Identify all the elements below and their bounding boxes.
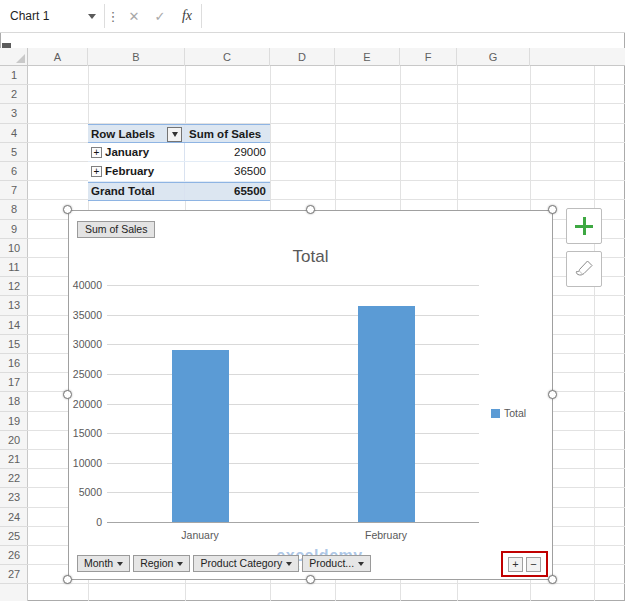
selection-handle-sw[interactable] (63, 575, 72, 584)
insert-function-icon[interactable]: fx (173, 8, 201, 24)
row-header-11[interactable]: 11 (0, 258, 28, 277)
selection-handle-n[interactable] (306, 205, 315, 214)
selection-handle-se[interactable] (548, 575, 557, 584)
row-header-4[interactable]: 4 (0, 124, 28, 143)
row-label-text: February (105, 165, 154, 177)
field-button-month[interactable]: Month (77, 555, 130, 572)
field-button-label: Region (140, 556, 173, 571)
field-button-label: Product Category (200, 556, 282, 571)
gridline-vertical (594, 66, 595, 601)
gridline (107, 315, 479, 316)
chart-title[interactable]: Total (69, 247, 552, 267)
column-header-A[interactable]: A (28, 48, 88, 66)
chart-elements-button[interactable] (566, 208, 602, 244)
row-header-23[interactable]: 23 (0, 488, 28, 507)
gridline (107, 463, 479, 464)
gridline (107, 344, 479, 345)
y-tick-label: 0 (69, 516, 102, 528)
field-button-product-category[interactable]: Product Category (193, 555, 299, 572)
excel-window: Chart 1 ⋮ ✕ ✓ fx ABCDEFG 123456789101112… (0, 0, 625, 601)
column-header-F[interactable]: F (400, 48, 457, 66)
grand-total-value[interactable]: 65500 (185, 183, 270, 200)
cancel-icon[interactable]: ✕ (121, 9, 147, 24)
row-header-8[interactable]: 8 (0, 200, 28, 219)
row-header-21[interactable]: 21 (0, 450, 28, 469)
formula-bar: Chart 1 ⋮ ✕ ✓ fx (0, 0, 625, 33)
pivot-cell-value[interactable]: 36500 (185, 162, 270, 180)
dropdown-arrow-icon (286, 562, 292, 566)
row-header-13[interactable]: 13 (0, 296, 28, 315)
row-header-19[interactable]: 19 (0, 412, 28, 431)
value-field-button[interactable]: Sum of Sales (77, 221, 155, 238)
selection-handle-s[interactable] (306, 575, 315, 584)
row-header-3[interactable]: 3 (0, 104, 28, 123)
y-tick-label: 25000 (69, 368, 102, 380)
row-header-6[interactable]: 6 (0, 162, 28, 181)
expand-entire-field-button[interactable]: + (508, 557, 523, 572)
row-header-22[interactable]: 22 (0, 469, 28, 488)
zoom-buttons-highlight: + − (501, 551, 548, 577)
y-tick-label: 20000 (69, 398, 102, 410)
chart-styles-button[interactable] (566, 251, 602, 287)
row-labels-text: Row Labels (91, 128, 155, 140)
bar-february[interactable] (358, 306, 415, 522)
row-header-7[interactable]: 7 (0, 181, 28, 200)
pivot-table: Row Labels Sum of Sales + January 29000 … (88, 124, 270, 201)
grand-total-label[interactable]: Grand Total (88, 183, 185, 200)
chevron-down-icon[interactable] (88, 14, 96, 19)
pivot-header-sum-of-sales: Sum of Sales (185, 125, 270, 142)
dropdown-arrow-icon (177, 562, 183, 566)
column-header-B[interactable]: B (88, 48, 185, 66)
row-header-5[interactable]: 5 (0, 143, 28, 162)
expand-icon[interactable]: + (91, 147, 102, 158)
bar-january[interactable] (172, 350, 229, 522)
selection-handle-nw[interactable] (63, 205, 72, 214)
gridline (107, 492, 479, 493)
row-header-20[interactable]: 20 (0, 431, 28, 450)
row-header-17[interactable]: 17 (0, 373, 28, 392)
row-header-1[interactable]: 1 (0, 66, 28, 85)
row-header-18[interactable]: 18 (0, 392, 28, 411)
pivot-filter-buttons: MonthRegionProduct CategoryProduct... (77, 555, 371, 572)
column-header-C[interactable]: C (185, 48, 270, 66)
chart-legend[interactable]: Total (491, 407, 526, 419)
y-tick-label: 5000 (69, 486, 102, 498)
pivot-cell-label[interactable]: + January (88, 143, 185, 161)
filter-dropdown-icon[interactable] (167, 127, 182, 142)
category-label: February (341, 529, 431, 541)
sum-of-sales-text: Sum of Sales (189, 128, 261, 140)
selection-handle-e[interactable] (548, 390, 557, 399)
enter-icon[interactable]: ✓ (147, 9, 173, 24)
row-header-15[interactable]: 15 (0, 335, 28, 354)
row-header-2[interactable]: 2 (0, 85, 28, 104)
row-header-16[interactable]: 16 (0, 354, 28, 373)
row-header-24[interactable]: 24 (0, 508, 28, 527)
collapse-entire-field-button[interactable]: − (526, 557, 541, 572)
name-box[interactable]: Chart 1 (0, 0, 104, 32)
column-header-E[interactable]: E (335, 48, 400, 66)
drag-dots-icon[interactable]: ⋮ (105, 9, 121, 24)
column-header-D[interactable]: D (270, 48, 335, 66)
field-button-product---[interactable]: Product... (302, 555, 371, 572)
pivot-cell-value[interactable]: 29000 (185, 143, 270, 161)
pivot-chart[interactable]: Sum of Sales Total 050001000015000200002… (68, 210, 553, 580)
row-header-26[interactable]: 26 (0, 546, 28, 565)
row-header-25[interactable]: 25 (0, 527, 28, 546)
row-header-12[interactable]: 12 (0, 277, 28, 296)
field-button-region[interactable]: Region (133, 555, 190, 572)
row-header-10[interactable]: 10 (0, 239, 28, 258)
row-header-27[interactable]: 27 (0, 565, 28, 584)
expand-icon[interactable]: + (91, 166, 102, 177)
select-all-corner[interactable] (0, 48, 28, 66)
pivot-header-row: Row Labels Sum of Sales (88, 124, 270, 143)
row-header-14[interactable]: 14 (0, 316, 28, 335)
row-headers: 1234567891011121314151617181920212223242… (0, 66, 28, 601)
column-header-G[interactable]: G (457, 48, 530, 66)
field-button-label: Month (84, 556, 113, 571)
row-header-9[interactable]: 9 (0, 220, 28, 239)
y-tick-label: 10000 (69, 457, 102, 469)
selection-handle-ne[interactable] (548, 205, 557, 214)
pivot-cell-label[interactable]: + February (88, 162, 185, 180)
selection-handle-w[interactable] (63, 390, 72, 399)
formula-input[interactable] (202, 0, 625, 32)
